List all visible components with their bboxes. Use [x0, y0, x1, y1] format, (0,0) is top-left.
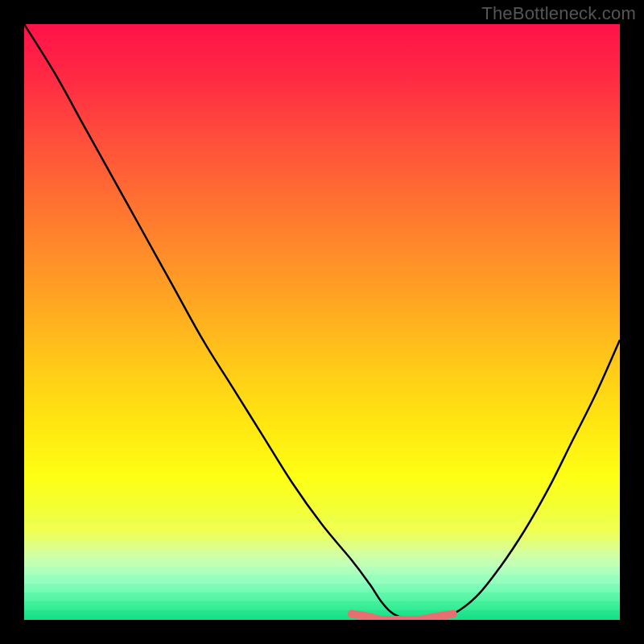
plot-area: [24, 24, 620, 620]
bottleneck-curve: [24, 24, 620, 620]
curve-path: [24, 24, 620, 620]
dip-marker-path: [352, 614, 453, 620]
chart-frame: TheBottleneck.com: [0, 0, 644, 644]
watermark-text: TheBottleneck.com: [481, 3, 636, 24]
